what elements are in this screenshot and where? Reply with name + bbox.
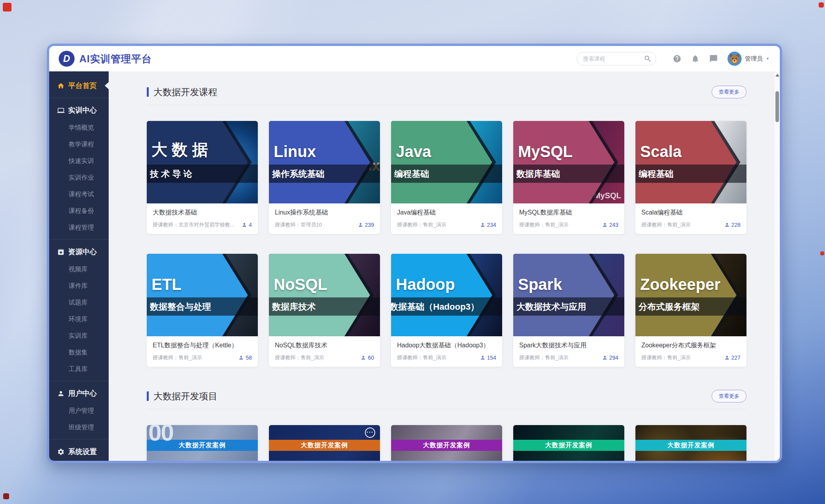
student-count-icon [361,355,366,360]
course-thumbnail: Zookeeper 分布式服务框架 [635,254,746,336]
course-info: Java编程基础 授课教师：售前_演示 234 [391,203,502,234]
course-title: Scala编程基础 [641,209,741,217]
sidebar-item[interactable]: 实训作业 [49,169,109,186]
sidebar-item[interactable]: 学情概览 [49,119,109,136]
course-title: Spark大数据技术与应用 [519,341,618,350]
edge-marker-right [820,251,824,255]
course-footer: 授课教师：售前_演示 243 [519,221,618,228]
course-teacher: 授课教师：售前_演示 [275,354,361,361]
course-info: Spark大数据技术与应用 授课教师：售前_演示 294 [513,336,624,367]
course-footer: 授课教师：北京市对外贸易学校教... 4 [153,221,252,228]
sidebar: 平台首页 实训中心 学情概览教学课程快速实训实训作业课程考试课程备份课程管理 资… [49,71,109,461]
chevron-down-icon: ▼ [766,57,769,61]
view-more-button[interactable]: 查看更多 [712,390,746,402]
student-count: 4 [249,222,252,228]
notifications-bell-icon[interactable] [691,54,700,63]
course-thumb-big-title: Hadoop [396,276,455,293]
app-title: AI实训管理平台 [79,52,152,65]
top-bar-actions: 管理员 ▼ [577,52,769,66]
sidebar-item[interactable]: 教学课程 [49,136,109,153]
sidebar-item[interactable]: 课程考试 [49,186,109,203]
course-thumb-subtitle: 数据整合与处理 [150,301,211,313]
course-title: MySQL数据库基础 [519,209,618,217]
sidebar-item[interactable]: 工具库 [49,361,109,378]
sidebar-item[interactable]: 试题库 [49,294,109,311]
active-item-notch [105,82,109,89]
project-card[interactable]: 大数据开发案例 00 [147,425,258,461]
student-count-icon [724,222,730,228]
course-thumb-subtitle: 编程基础 [639,168,673,180]
projects-grid: 大数据开发案例 00 大数据开发案例 ··· 大数据开发案例 大数据开发案例 大… [147,425,746,461]
student-count-icon [358,222,363,228]
course-card[interactable]: Linux Linux 操作系统基础 Linux操作系统基础 授课教师：管理员1… [269,121,380,234]
course-card[interactable]: Zookeeper 分布式服务框架 Zookeeper分布式服务框架 授课教师：… [635,254,746,367]
course-card[interactable]: 大 数 据 技 术 导 论 大数据技术基础 授课教师：北京市对外贸易学校教...… [147,121,258,234]
scrollbar-up-arrow-icon[interactable] [775,74,779,77]
course-title: Hadoop大数据基础（Hadoop3） [397,341,496,350]
sidebar-item[interactable]: 用户管理 [49,402,109,419]
gear-icon [57,448,65,456]
avatar[interactable] [727,52,742,66]
project-card[interactable]: 大数据开发案例 ··· [269,425,380,461]
sidebar-section-0[interactable]: 实训中心 [49,101,109,119]
main-content: 大数据开发课程 查看更多 大 数 据 技 术 导 论 大数据技术基础 授课教师：… [109,71,780,461]
window-body: 平台首页 实训中心 学情概览教学课程快速实训实训作业课程考试课程备份课程管理 资… [49,71,780,461]
sidebar-section-1[interactable]: 资源中心 [49,243,109,261]
course-card[interactable]: ETL 数据整合与处理 ETL数据整合与处理（Kettle） 授课教师：售前_演… [147,254,258,367]
sidebar-item[interactable]: 课程备份 [49,203,109,219]
course-teacher: 授课教师：售前_演示 [519,221,602,228]
section-accent-bar [147,391,149,401]
sidebar-section-2[interactable]: 用户中心 [49,384,109,402]
course-teacher: 授课教师：售前_演示 [397,354,480,361]
top-bar: D AI实训管理平台 [49,46,780,71]
student-count-icon [242,222,247,228]
course-thumbnail: 大 数 据 技 术 导 论 [147,121,258,203]
course-card[interactable]: Java 编程基础 Java编程基础 授课教师：售前_演示 234 [391,121,502,234]
course-card[interactable]: Hadoop 大数据基础（Hadoop3） Hadoop大数据基础（Hadoop… [391,254,502,367]
course-thumb-subtitle: 分布式服务框架 [639,301,700,313]
sidebar-item-home[interactable]: 平台首页 [49,77,109,94]
course-info: NoSQL数据库技术 授课教师：售前_演示 60 [269,336,380,367]
scrollbar-thumb[interactable] [775,91,779,122]
sidebar-item[interactable]: 快速实训 [49,153,109,169]
help-icon[interactable] [673,54,681,63]
student-count-icon [238,355,244,360]
user-menu[interactable]: 管理员 ▼ [727,52,769,66]
sidebar-divider [49,381,109,381]
course-card[interactable]: Spark 大数据技术与应用 Spark大数据技术与应用 授课教师：售前_演示 … [513,254,624,367]
project-card[interactable]: 大数据开发案例 [391,425,502,461]
section-title: 大数据开发项目 [153,390,217,402]
messages-icon[interactable] [709,54,718,63]
sidebar-item[interactable]: 课件库 [49,278,109,294]
course-thumb-subtitle: 技 术 导 论 [150,168,192,180]
student-count: 60 [368,355,374,361]
project-card[interactable]: 大数据开发案例 [635,425,746,461]
course-thumbnail: NoSQL 数据库技术 [269,254,380,336]
scrollbar[interactable] [774,71,780,461]
search-icon[interactable] [644,55,652,63]
view-more-button[interactable]: 查看更多 [712,86,746,98]
corner-marker-top-left [3,3,12,11]
course-thumb-subtitle: 编程基础 [394,168,429,180]
sidebar-item[interactable]: 实训库 [49,328,109,344]
sidebar-item[interactable]: 视频库 [49,261,109,278]
sidebar-section-label: 系统设置 [68,447,97,456]
section-courses: 大数据开发课程 查看更多 大 数 据 技 术 导 论 大数据技术基础 授课教师：… [147,86,746,367]
sidebar-item[interactable]: 课程管理 [49,219,109,236]
sidebar-item[interactable]: 班级管理 [49,419,109,436]
section-header: 大数据开发课程 查看更多 [147,86,746,98]
project-card[interactable]: 大数据开发案例 [513,425,624,461]
thumb-deco-digits: 00 [148,425,173,446]
course-teacher: 授课教师：售前_演示 [397,221,480,228]
sidebar-item[interactable]: 数据集 [49,344,109,361]
course-card[interactable]: Scala 编程基础 Scala编程基础 授课教师：售前_演示 228 [635,121,746,234]
course-card[interactable]: NoSQL 数据库技术 NoSQL数据库技术 授课教师：售前_演示 60 [269,254,380,367]
sidebar-section-3[interactable]: 系统设置 [49,443,109,461]
course-info: Scala编程基础 授课教师：售前_演示 228 [635,203,746,234]
course-teacher: 授课教师：北京市对外贸易学校教... [153,221,242,228]
user-icon [57,390,65,397]
sidebar-divider [49,98,109,98]
sidebar-item[interactable]: 环境库 [49,311,109,328]
course-card[interactable]: MySQL MySQL 数据库基础 MySQL数据库基础 授课教师：售前_演示 … [513,121,624,234]
project-banner: 大数据开发案例 [635,440,746,451]
